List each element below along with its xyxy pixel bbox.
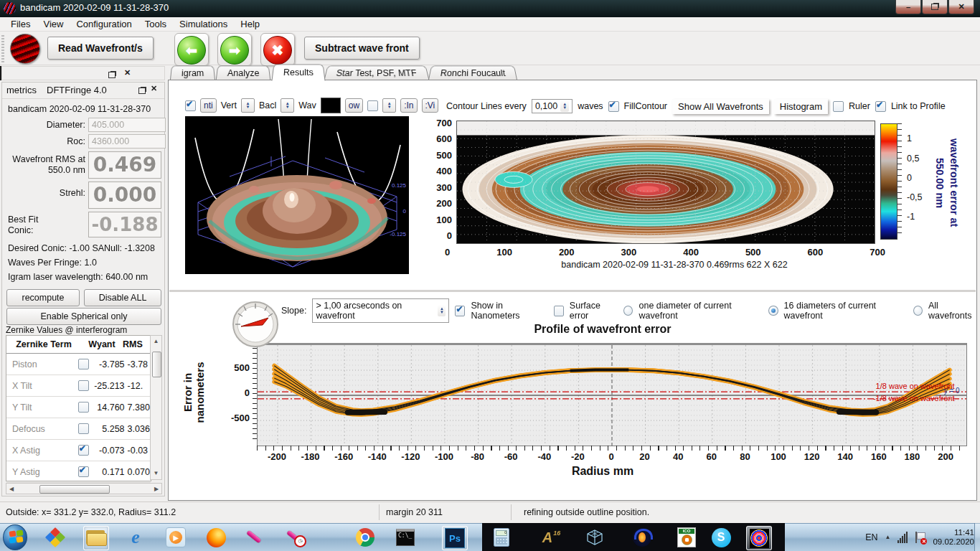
contour-interval-spinbox[interactable]: 0,100 ▲▼: [532, 99, 573, 113]
close-button[interactable]: ✕: [948, 0, 974, 14]
zernike-enable-checkbox[interactable]: [78, 380, 89, 391]
disable-all-button[interactable]: Disable ALL: [84, 289, 161, 306]
fillcontour-checkbox[interactable]: [608, 101, 619, 112]
zernike-enable-checkbox[interactable]: [78, 423, 89, 434]
menu-item-help[interactable]: Help: [234, 18, 266, 30]
taskbar-skype-icon[interactable]: S: [709, 526, 733, 549]
one-diameter-radio[interactable]: [623, 306, 633, 316]
3d-button-show[interactable]: ow: [345, 98, 363, 113]
zernike-row-x-tilt[interactable]: X Tilt-25.213-12.: [6, 375, 151, 397]
3d-back-spinner[interactable]: ▲▼: [281, 98, 294, 113]
zernike-row-y-astig[interactable]: Y Astig0.1710.070: [6, 461, 151, 483]
taskbar-dftfringe-icon[interactable]: [746, 526, 772, 550]
sixteen-diameters-radio[interactable]: [768, 306, 778, 316]
show-all-wavefronts-button[interactable]: Show All Wavefronts: [672, 99, 769, 114]
zernike-row-piston[interactable]: Piston-3.785-3.78: [6, 354, 151, 375]
tab-ronchi-foucault[interactable]: Ronchi Foucault: [428, 65, 518, 80]
slope-spinner[interactable]: ▲▼: [438, 305, 446, 316]
taskbar-cube-3d-icon[interactable]: [583, 526, 607, 549]
profile-chart[interactable]: 1/8 wave on wavefront-1/8 wave on wavefr…: [257, 343, 967, 446]
read-wavefronts-button[interactable]: Read Wavefront/s: [47, 37, 154, 60]
metrics-float-icon[interactable]: [138, 85, 147, 93]
zernike-row-x-astig[interactable]: X Astig-0.073-0.03: [6, 440, 151, 461]
taskbar-file-explorer-icon[interactable]: [83, 526, 109, 550]
zernike-enable-checkbox[interactable]: [78, 402, 89, 413]
vertical-scroll-thumb[interactable]: [152, 352, 161, 377]
zernike-wyant-header[interactable]: Wyant: [81, 339, 123, 349]
roc-field[interactable]: 4360.000: [88, 134, 166, 149]
zernike-enable-checkbox[interactable]: [78, 466, 89, 477]
dock-close-icon[interactable]: ✕: [124, 69, 133, 77]
tab-analyze[interactable]: Analyze: [216, 65, 271, 80]
3d-spinner-2[interactable]: ▲▼: [382, 98, 396, 113]
3d-button-zin[interactable]: :In: [400, 98, 417, 113]
scroll-left-arrow[interactable]: ◀: [6, 486, 17, 492]
ruler-checkbox[interactable]: [833, 101, 844, 112]
restore-button[interactable]: [922, 0, 948, 14]
taskbar-media-player-icon[interactable]: ▶: [164, 526, 188, 549]
tab-results[interactable]: Results: [271, 65, 325, 81]
link-to-profile-checkbox[interactable]: [875, 101, 886, 112]
metrics-close-icon[interactable]: ✕: [151, 85, 159, 93]
previous-wavefront-button[interactable]: ⬅: [174, 33, 209, 66]
surface-error-checkbox[interactable]: [554, 306, 564, 316]
next-wavefront-button[interactable]: ➡: [217, 33, 252, 66]
show-desktop-button[interactable]: [974, 523, 980, 551]
scroll-up-arrow[interactable]: ▲: [152, 336, 160, 347]
horizontal-scroll-thumb[interactable]: [39, 485, 110, 494]
contour-interval-spinner[interactable]: ▲▼: [560, 100, 569, 112]
3d-button-view[interactable]: :Vi: [422, 98, 439, 113]
fringe-logo-icon[interactable]: [10, 34, 40, 64]
menu-item-simulations[interactable]: Simulations: [173, 18, 234, 30]
taskbar-ico-converter-icon[interactable]: ICO: [674, 526, 699, 549]
taskbar-start-orb-icon[interactable]: [3, 526, 27, 549]
tray-clock[interactable]: 11:41 09.02.2020: [933, 528, 974, 547]
taskbar-calculator-icon[interactable]: 0: [489, 526, 514, 549]
zernike-vertical-scrollbar[interactable]: ▲ ▼: [150, 335, 162, 480]
taskbar-a16-converter-icon[interactable]: A16: [535, 526, 560, 549]
3d-button-anti[interactable]: nti: [200, 98, 217, 113]
slope-dropdown[interactable]: > 1,00 arcseconds on wavefront ▲▼: [312, 298, 449, 323]
menu-item-configuration[interactable]: Configuration: [70, 18, 138, 30]
3d-background-color-swatch[interactable]: [321, 98, 341, 113]
zernike-horizontal-scrollbar[interactable]: ◀ ▶: [6, 483, 162, 494]
3d-checkbox-2[interactable]: [367, 100, 378, 111]
show-nanometers-checkbox[interactable]: [455, 306, 465, 316]
taskbar-internet-explorer-icon[interactable]: e: [123, 526, 148, 549]
zernike-row-y-tilt[interactable]: Y Tilt14.7607.380: [6, 397, 151, 418]
taskbar-chrome-icon[interactable]: [353, 526, 377, 549]
taskbar-color-manager-icon[interactable]: [43, 526, 67, 549]
dock-float-icon[interactable]: [108, 70, 117, 77]
splitter[interactable]: [169, 290, 976, 292]
taskbar-photoshop-icon[interactable]: Ps: [442, 526, 468, 550]
3d-vert-spinner[interactable]: ▲▼: [241, 98, 255, 113]
menu-item-tools[interactable]: Tools: [138, 18, 173, 30]
recompute-button[interactable]: recompute: [6, 289, 80, 306]
taskbar-audacity-icon[interactable]: [630, 526, 654, 549]
subtract-wavefront-button[interactable]: Subtract wave front: [304, 37, 420, 60]
tab-star-test-psf-mtf[interactable]: Star Test, PSF, MTF: [324, 65, 430, 80]
enable-spherical-button[interactable]: Enable Spherical only: [6, 308, 161, 325]
contour-plot[interactable]: [456, 121, 875, 244]
taskbar-fringe-pencil-clock-icon[interactable]: ◷: [284, 526, 308, 549]
tab-igram[interactable]: igram: [170, 65, 216, 80]
scroll-down-arrow[interactable]: ▼: [152, 468, 160, 479]
scroll-right-arrow[interactable]: ▶: [151, 486, 161, 492]
network-signal-icon[interactable]: [897, 532, 908, 543]
menu-item-view[interactable]: View: [37, 18, 70, 30]
zernike-term-header[interactable]: Zernike Term: [6, 339, 81, 349]
all-wavefronts-radio[interactable]: [913, 306, 923, 316]
zernike-rms-header[interactable]: RMS: [123, 339, 147, 349]
zernike-enable-checkbox[interactable]: [78, 445, 89, 456]
wavefront-3d-view[interactable]: 0.125 0 -0.125: [185, 116, 409, 274]
taskbar-firefox-icon[interactable]: [204, 526, 228, 549]
menu-item-files[interactable]: Files: [4, 18, 37, 30]
taskbar-fringe-pencil-icon[interactable]: [244, 526, 268, 549]
tray-expand-icon[interactable]: ▲: [885, 534, 891, 540]
taskbar-command-prompt-icon[interactable]: C:\_: [393, 526, 418, 549]
diameter-field[interactable]: 405.000: [88, 118, 166, 132]
toolbar-drag-handle[interactable]: [1, 35, 4, 62]
delete-wavefront-button[interactable]: ✖: [260, 33, 295, 66]
minimize-button[interactable]: –: [895, 0, 921, 14]
histogram-button[interactable]: Histogram: [774, 99, 828, 114]
